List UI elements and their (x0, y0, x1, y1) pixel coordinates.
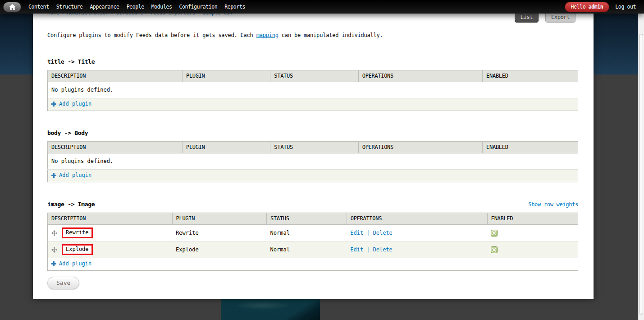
add-plugin-label: Add plugin (59, 101, 91, 107)
table-header-row: DESCRIPTION PLUGIN STATUS OPERATIONS ENA… (48, 142, 578, 153)
col-header-description: DESCRIPTION (48, 70, 183, 82)
enabled-checkbox[interactable] (491, 230, 498, 237)
plus-icon (51, 261, 56, 266)
delete-link[interactable]: Delete (373, 246, 392, 253)
logout-link[interactable]: Log out (615, 4, 636, 10)
plus-icon (51, 173, 56, 178)
plugins-table-title: DESCRIPTION PLUGIN STATUS OPERATIONS ENA… (47, 70, 578, 111)
intro-text-after: can be manipulated individually. (279, 32, 383, 38)
menu-item-modules[interactable]: Modules (148, 0, 176, 14)
admin-toolbar: Content Structure Appearance People Modu… (0, 0, 644, 14)
col-header-operations: OPERATIONS (347, 213, 487, 225)
secondary-tabs: List Export (515, 12, 575, 23)
check-x-icon (492, 248, 496, 252)
edit-link[interactable]: Edit (350, 246, 363, 253)
table-row-rewrite: Rewrite Rewrite Normal Edit|Delete (48, 225, 578, 241)
plus-icon (51, 102, 56, 107)
toolbar-user-area: Hello admin Log out (565, 2, 644, 12)
plugins-table-body: DESCRIPTION PLUGIN STATUS OPERATIONS ENA… (47, 141, 578, 182)
home-button[interactable] (3, 2, 21, 12)
drag-handle-icon[interactable] (51, 247, 57, 253)
col-header-operations: OPERATIONS (358, 142, 482, 153)
tab-list[interactable]: List (515, 12, 539, 23)
username: admin (589, 4, 603, 10)
col-header-status: STATUS (270, 142, 358, 153)
col-header-status: STATUS (270, 70, 358, 82)
operations-separator: | (366, 246, 370, 253)
col-header-enabled: ENABLED (483, 142, 578, 153)
intro-text-before: Configure plugins to modify Feeds data b… (47, 32, 256, 38)
section-title-title: title -> Title (47, 58, 95, 65)
add-plugin-link-title[interactable]: Add plugin (51, 101, 91, 107)
add-plugin-row: Add plugin (48, 258, 578, 271)
operations-separator: | (366, 230, 370, 236)
mapping-link[interactable]: mapping (256, 32, 279, 38)
home-icon (9, 4, 16, 10)
plugin-name: Explode (172, 241, 267, 258)
col-header-enabled: ENABLED (487, 213, 578, 225)
col-header-plugin: PLUGIN (182, 70, 270, 82)
plugins-table-image: DESCRIPTION PLUGIN STATUS OPERATIONS ENA… (47, 213, 578, 271)
add-plugin-label: Add plugin (59, 172, 91, 179)
plugin-description-highlighted: Rewrite (62, 227, 93, 238)
col-header-plugin: PLUGIN (172, 213, 267, 225)
table-header-row: DESCRIPTION PLUGIN STATUS OPERATIONS ENA… (48, 213, 578, 225)
add-plugin-row: Add plugin (48, 170, 578, 182)
plugin-status: Normal (267, 225, 347, 241)
empty-row: No plugins defined. (48, 82, 578, 98)
scrollbar-track[interactable] (638, 0, 644, 320)
greeting-text: Hello (571, 4, 589, 10)
add-plugin-link-image[interactable]: Add plugin (51, 260, 91, 267)
col-header-plugin: PLUGIN (182, 142, 270, 153)
intro-text: Configure plugins to modify Feeds data b… (47, 32, 578, 39)
background-photo (221, 299, 320, 320)
col-header-enabled: ENABLED (483, 70, 578, 82)
empty-row: No plugins defined. (48, 153, 578, 170)
toolbar-menu: Content Structure Appearance People Modu… (25, 0, 249, 14)
section-title-body: body -> Body (47, 130, 88, 136)
scrollbar-thumb[interactable] (639, 34, 643, 315)
drag-handle-icon[interactable] (51, 230, 57, 236)
plugin-status: Normal (267, 241, 347, 258)
plugin-description-highlighted: Explode (62, 244, 93, 255)
enabled-checkbox[interactable] (491, 246, 498, 253)
show-row-weights-link[interactable]: Show row weights (528, 201, 578, 208)
plugin-name: Rewrite (172, 225, 267, 241)
col-header-description: DESCRIPTION (48, 213, 173, 225)
edit-link[interactable]: Edit (350, 230, 363, 236)
menu-item-appearance[interactable]: Appearance (86, 0, 123, 14)
content-area: List Export Configure plugins to modify … (33, 14, 594, 299)
menu-item-people[interactable]: People (123, 0, 148, 14)
add-plugin-link-body[interactable]: Add plugin (51, 172, 91, 179)
tab-export[interactable]: Export (545, 12, 575, 23)
menu-item-structure[interactable]: Structure (53, 0, 87, 14)
save-button[interactable]: Save (47, 277, 79, 289)
add-plugin-row: Add plugin (48, 98, 578, 111)
menu-item-reports[interactable]: Reports (221, 0, 249, 14)
empty-message: No plugins defined. (48, 82, 578, 98)
table-header-row: DESCRIPTION PLUGIN STATUS OPERATIONS ENA… (48, 70, 578, 82)
table-row-explode: Explode Explode Normal Edit|Delete (48, 241, 578, 258)
section-title-image: image -> Image (47, 201, 95, 208)
empty-message: No plugins defined. (48, 153, 578, 170)
add-plugin-label: Add plugin (59, 260, 91, 267)
user-greeting-badge[interactable]: Hello admin (565, 2, 610, 12)
col-header-description: DESCRIPTION (48, 142, 183, 153)
col-header-operations: OPERATIONS (358, 70, 482, 82)
menu-item-content[interactable]: Content (25, 0, 53, 14)
delete-link[interactable]: Delete (373, 230, 392, 236)
col-header-status: STATUS (267, 213, 347, 225)
menu-item-configuration[interactable]: Configuration (175, 0, 221, 14)
check-x-icon (492, 231, 496, 235)
